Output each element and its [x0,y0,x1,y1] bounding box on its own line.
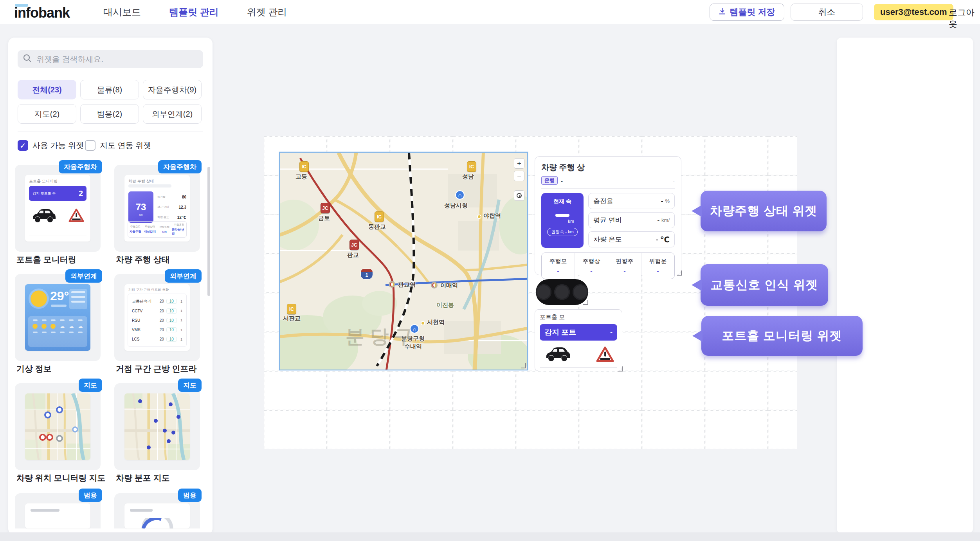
widget-search[interactable] [18,50,203,68]
tag-value: - [561,177,563,184]
district-watermark: 분당구 [346,324,418,349]
metric-label: 차량 온도 [593,235,622,244]
row-label: 평균 연비 [157,205,169,209]
filter-all[interactable]: 전체(23) [18,80,76,99]
station-dot [477,215,481,219]
resize-handle[interactable] [583,300,588,305]
checkbox-checked-icon[interactable]: ✓ [18,140,28,151]
detected-pothole-bar: 감지 포트 - [540,324,617,341]
cloud-icon: ☁ [60,324,65,329]
stat-value: ON [162,230,167,234]
bar-value: 2 [79,189,83,198]
widget-card-general-1[interactable]: 범용 [15,493,101,528]
category-badge: 외부연계 [65,269,102,283]
resize-handle[interactable] [521,363,526,368]
pothole-widget-title: 포트홀 모 [540,314,617,321]
widget-card-vehicle-distribution-map[interactable]: 지도 [114,383,200,470]
pothole-widget[interactable]: 포트홀 모 감지 포트 - [535,309,622,371]
widget-card-driving-status[interactable]: 자율주행차 차량 주행 상태 73 km 충전율 80 평균 연비 12.3 차… [114,165,200,252]
detected-pothole-bar: 감지 포트홀 수 2 [29,186,86,201]
nav-template-management[interactable]: 템플릿 관리 [169,6,219,18]
map-label: 야탑역 [483,212,501,220]
page: infobank 대시보드 템플릿 관리 위젯 관리 템플릿 저장 취소 use… [0,0,980,541]
stat-value: - [557,267,559,274]
speed-tile: 73 km [128,191,153,223]
metric-value: - [657,216,659,224]
filter-general[interactable]: 범용(2) [80,104,139,124]
driving-tag: 운행 [541,176,558,185]
nav-widget-management[interactable]: 위젯 관리 [247,6,287,18]
callout-text: 교통신호 인식 위젯 [710,277,818,293]
resize-handle[interactable] [677,270,682,276]
user-account-badge[interactable]: user3@test.com [874,4,953,20]
widget-thumbnail: 거점 구간 근방 인프라 현황 교통단속기20101 CCTV20101 RSU… [124,284,190,351]
widget-library-sidebar: 전체(23) 물류(8) 자율주행차(9) 지도(2) 범용(2) 외부연계(2… [8,38,213,535]
widget-card-weather[interactable]: 외부연계 29° ☁ ☁ ☁ [15,274,101,361]
filter-logistics[interactable]: 물류(8) [80,80,139,99]
station-dot [421,321,425,325]
infra-table: 교통단속기20101 CCTV20101 RSU20101 VMS20101 L… [128,294,187,347]
widget-name: 차량 주행 상태 [116,254,213,265]
gauge-arc [141,518,174,528]
map-label: 판교 [347,251,359,259]
cloud-icon: ☁ [69,324,74,329]
map-label: 서천역 [427,319,445,326]
thumb-heading: 포트홀 모니터링 [29,179,58,184]
cancel-button[interactable]: 취소 [791,4,863,21]
divider [541,188,675,189]
widget-card-pothole[interactable]: 자율주행차 포트홀 모니터링 감지 포트홀 수 2 [15,165,101,252]
widget-card-general-2[interactable]: 범용 [114,493,200,528]
category-badge: 지도 [178,379,202,392]
map-widget[interactable]: IC 고등 IC 성남 ⌂ 성남시청 야탑역 JC 금토 IC 동판교 JC 판… [279,152,528,370]
map-zoom-out-button[interactable]: − [514,171,524,181]
toggle-usable-widgets[interactable]: ✓ 사용 가능 위젯 [18,140,84,151]
map-ic-badge: IC [467,161,476,172]
map-zoom-in-button[interactable]: + [514,158,524,169]
traffic-lamp [554,284,570,300]
widget-card-infra[interactable]: 외부연계 거점 구간 근방 인프라 현황 교통단속기20101 CCTV2010… [114,274,200,361]
bottom-strip [0,532,980,541]
warning-triangle-icon [68,208,84,224]
map-jc-badge: JC [321,203,330,213]
widget-card-vehicle-location-map[interactable]: 지도 [15,383,101,470]
sidebar-scrollbar[interactable] [207,167,210,296]
infra-v1: 20 [155,309,164,313]
logout-button[interactable]: 로그아웃 [949,7,980,30]
checkbox-unchecked-icon[interactable] [85,140,95,151]
callout-traffic-signal: 교통신호 인식 위젯 [701,264,828,306]
metric-label: 평균 연비 [593,216,622,225]
toggle-usable-label: 사용 가능 위젯 [32,140,84,151]
filter-autonomous[interactable]: 자율주행차(9) [143,80,202,99]
traffic-light-widget[interactable] [536,279,588,305]
infra-name: 교통단속기 [132,299,155,304]
status-strip: 주행모드자율주행 주행상태이상감지 편향주행ON 위험운전공차량 변경 [128,221,187,238]
map-label: 이진봉 [436,301,454,309]
category-badge: 자율주행차 [59,160,102,173]
stat-label: 위험운전 [174,223,184,227]
widget-thumbnail [124,503,190,528]
infra-name: CCTV [132,309,155,313]
category-badge: 자율주행차 [158,160,202,173]
app-header: infobank 대시보드 템플릿 관리 위젯 관리 템플릿 저장 취소 use… [0,0,980,24]
nav-dashboard[interactable]: 대시보드 [103,6,141,18]
resize-handle[interactable] [618,366,623,371]
map-label: 서판교 [283,315,301,322]
filter-external[interactable]: 외부연계(2) [143,104,202,124]
map-jc-badge: JC [349,240,359,250]
filter-map[interactable]: 지도(2) [18,104,76,124]
toggle-map-linked-widgets[interactable]: 지도 연동 위젯 [85,140,151,151]
vehicle-status-widget[interactable]: 차량 주행 상 운행 - - 현재 속 km 권장속 - km 충전율 - [535,156,681,275]
map-locate-button[interactable] [514,190,524,201]
search-input[interactable] [36,55,185,64]
station-marker [431,282,438,289]
thumb-text-placeholder [130,509,153,512]
corner-value: - [673,177,675,184]
save-template-button[interactable]: 템플릿 저장 [710,4,784,21]
stat-row: 평균 연비 12.3 [157,204,186,210]
vehicle-stats-bar: 주행모- 주행상- 편향주- 위험운- [541,252,675,279]
category-badge: 범용 [178,489,202,502]
infra-name: RSU [132,318,155,323]
speed-unit: km [128,213,153,216]
row-label: 충전율 [157,195,166,199]
properties-panel [837,38,973,533]
